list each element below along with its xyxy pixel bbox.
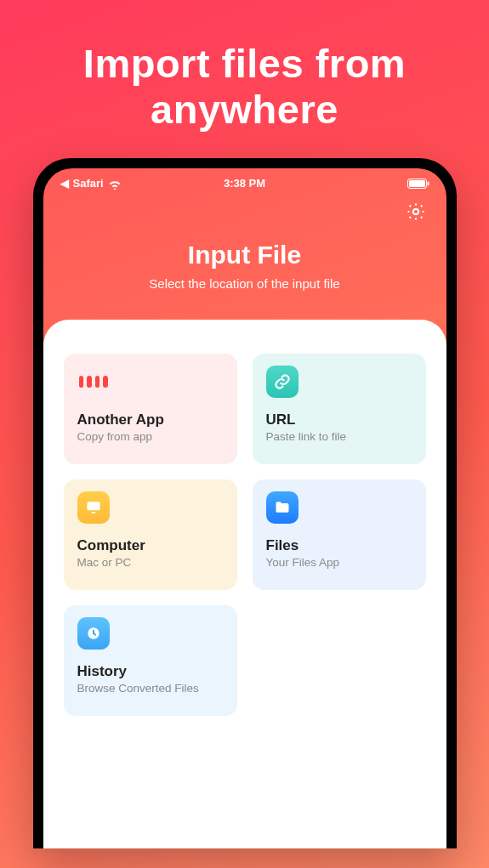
tile-history[interactable]: History Browse Converted Files (64, 605, 237, 716)
tile-title: URL (266, 411, 412, 428)
folder-icon (266, 491, 299, 524)
device-screen: ◀ Safari 3:38 PM Input File Select the l… (43, 168, 446, 848)
tile-url[interactable]: URL Paste link to file (253, 354, 426, 464)
svg-rect-1 (409, 180, 425, 187)
tile-computer[interactable]: Computer Mac or PC (64, 479, 237, 590)
tile-title: Another App (77, 411, 224, 428)
svg-point-3 (412, 209, 418, 214)
promo-headline: Import files from anywhere (0, 0, 489, 158)
svg-rect-4 (87, 502, 100, 510)
wifi-icon (108, 177, 122, 190)
tile-subtitle: Browse Converted Files (77, 682, 224, 695)
apps-grid-icon (77, 366, 110, 398)
tile-title: Computer (77, 537, 224, 554)
link-icon (266, 366, 299, 398)
settings-button[interactable] (404, 201, 428, 225)
page-subtitle: Select the location of the input file (60, 276, 429, 291)
page-title: Input File (60, 241, 429, 269)
status-back-app[interactable]: ◀ Safari (60, 177, 122, 190)
back-caret-icon: ◀ (60, 177, 69, 190)
tile-subtitle: Paste link to file (266, 430, 412, 443)
battery-icon (407, 179, 429, 189)
tile-subtitle: Mac or PC (77, 556, 224, 569)
tile-another-app[interactable]: Another App Copy from app (64, 354, 237, 464)
svg-rect-2 (427, 181, 429, 185)
status-bar: ◀ Safari 3:38 PM (43, 168, 446, 195)
tile-title: Files (266, 537, 412, 554)
svg-rect-5 (91, 512, 95, 513)
gear-icon (406, 201, 426, 225)
tile-subtitle: Your Files App (266, 556, 412, 569)
options-sheet: Another App Copy from app URL Paste link… (43, 320, 446, 848)
screen-header: Input File Select the location of the in… (43, 225, 446, 296)
clock-icon (77, 617, 110, 650)
device-frame: ◀ Safari 3:38 PM Input File Select the l… (33, 158, 457, 848)
tile-title: History (77, 663, 224, 680)
status-back-label: Safari (73, 177, 104, 190)
monitor-icon (77, 491, 110, 524)
tile-subtitle: Copy from app (77, 430, 224, 443)
tile-files[interactable]: Files Your Files App (253, 479, 426, 590)
